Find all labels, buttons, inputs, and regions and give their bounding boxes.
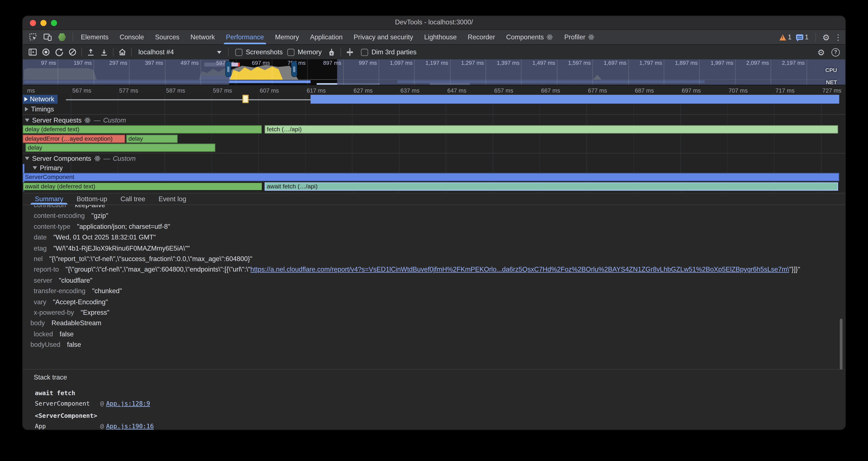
react-atom-icon: [588, 34, 595, 40]
track-primary-header[interactable]: Primary: [33, 164, 63, 172]
tab-privacy-and-security[interactable]: Privacy and security: [348, 30, 418, 44]
window-title: DevTools - localhost:3000/: [23, 19, 845, 26]
inspect-element-icon[interactable]: [27, 32, 39, 43]
selection-handle-right[interactable]: [291, 61, 297, 77]
warnings-badge[interactable]: 1: [780, 33, 792, 41]
divider: [815, 33, 816, 41]
chevron-down-icon: [217, 51, 221, 54]
react-atom-icon: [94, 155, 101, 162]
header-row-report-to: report-to"{\"group\":\"cf-nel\",\"max_ag…: [23, 264, 845, 275]
tab-summary[interactable]: Summary: [28, 194, 70, 205]
load-profile-icon[interactable]: [84, 46, 97, 58]
header-row: content-encoding"gzip": [23, 211, 845, 222]
network-request-bar[interactable]: [242, 95, 249, 103]
stack-frame-label: <ServerComponent>: [35, 411, 845, 421]
issues-badge[interactable]: 1: [796, 33, 809, 41]
message-bubble-icon: [796, 34, 803, 40]
tab-bottom-up[interactable]: Bottom-up: [70, 194, 114, 205]
property-row: bodyReadableStream: [23, 318, 845, 329]
header-row: x-powered-by"Express": [23, 308, 845, 318]
event-bar-delay[interactable]: delay: [25, 143, 215, 152]
timeline-tracks: Network Timings Server Requests: [23, 94, 845, 193]
track-server-components-header[interactable]: Server Components — Custom: [25, 154, 136, 162]
react-atom-icon: [84, 117, 91, 123]
tab-console[interactable]: Console: [114, 30, 150, 44]
tab-performance[interactable]: Performance: [220, 30, 270, 44]
tab-event-log[interactable]: Event log: [152, 194, 193, 205]
nodejs-icon[interactable]: [56, 32, 68, 43]
timeline-ruler: ms 567 ms577 ms587 ms597 ms607 ms617 ms6…: [23, 85, 845, 94]
memory-checkbox[interactable]: [287, 49, 294, 56]
tab-sources[interactable]: Sources: [150, 30, 185, 44]
capture-select[interactable]: localhost #4: [134, 48, 226, 56]
collapse-tracks-icon[interactable]: [343, 46, 356, 58]
header-row: vary"Accept-Encoding": [23, 297, 845, 308]
divider: [82, 48, 82, 56]
event-bar-delayed-error[interactable]: delayedError (…ayed exception): [23, 135, 125, 143]
macos-titlebar: DevTools - localhost:3000/: [23, 16, 845, 30]
source-location-link[interactable]: App.js:128:9: [106, 400, 150, 407]
overview-tick-labels: 97 ms197 ms297 ms397 ms497 ms597 ms697 m…: [23, 59, 839, 85]
tab-call-tree[interactable]: Call tree: [114, 194, 152, 205]
track-timings-label[interactable]: Timings: [25, 105, 54, 113]
ruler-tick-labels: 567 ms577 ms587 ms597 ms607 ms617 ms627 …: [46, 85, 843, 94]
tab-components[interactable]: Components: [501, 30, 559, 44]
event-bar-fetch-api[interactable]: fetch (…/api): [265, 125, 838, 134]
event-bar-delay[interactable]: delay: [126, 135, 178, 143]
save-profile-icon[interactable]: [97, 46, 111, 58]
summary-pane: connection"keep-alive" content-encoding"…: [23, 205, 845, 430]
ruler-edge-label: ms: [27, 87, 35, 94]
event-bar-delay-deferred[interactable]: delay (deferred text): [23, 125, 262, 134]
property-row: lockedfalse: [23, 329, 845, 340]
stack-frame-label: await fetch: [35, 388, 845, 398]
event-bar-await-delay[interactable]: await delay (deferred text): [23, 182, 262, 191]
summary-tabstrip: Summary Bottom-up Call tree Event log: [23, 193, 845, 205]
track-network-label[interactable]: Network: [23, 95, 58, 104]
dim-3rd-parties-checkbox[interactable]: [361, 49, 368, 56]
network-request-bar[interactable]: [311, 95, 839, 104]
record-icon[interactable]: [39, 46, 53, 58]
screenshots-checkbox[interactable]: [236, 49, 243, 56]
clear-icon[interactable]: [66, 46, 79, 58]
chevron-right-icon: [25, 107, 28, 111]
tab-application[interactable]: Application: [305, 30, 348, 44]
help-icon[interactable]: ?: [832, 48, 840, 56]
chevron-down-icon: [25, 157, 29, 160]
devtools-tabbar: Elements Console Sources Network Perform…: [23, 30, 845, 44]
divider: [340, 48, 341, 56]
capture-settings-gear-icon[interactable]: ⚙: [817, 48, 825, 56]
stack-frame: App@App.js:190:16: [35, 421, 845, 430]
track-server-requests-header[interactable]: Server Requests — Custom: [25, 116, 126, 124]
tab-lighthouse[interactable]: Lighthouse: [418, 30, 462, 44]
garbage-collect-icon[interactable]: [325, 46, 338, 58]
more-options-icon[interactable]: ⋮: [834, 33, 842, 41]
tab-memory[interactable]: Memory: [270, 30, 305, 44]
property-row: bodyUsedfalse: [23, 340, 845, 351]
toggle-sidebar-icon[interactable]: [26, 46, 39, 58]
tab-recorder[interactable]: Recorder: [462, 30, 501, 44]
divider: [131, 48, 132, 56]
scrollbar-thumb[interactable]: [840, 319, 843, 370]
settings-gear-icon[interactable]: ⚙: [822, 33, 830, 41]
stack-trace-section: Stack trace await fetch ServerComponent@…: [23, 369, 845, 430]
report-url-link[interactable]: https://a.nel.cloudflare.com/report/v4?s…: [250, 266, 789, 273]
reload-record-icon[interactable]: [53, 46, 66, 58]
device-toolbar-icon[interactable]: [41, 32, 54, 43]
tab-network[interactable]: Network: [185, 30, 220, 44]
divider: [113, 48, 114, 56]
selection-handle-left[interactable]: [225, 61, 231, 77]
devtools-window: DevTools - localhost:3000/: [22, 16, 846, 430]
chevron-down-icon: [25, 119, 29, 122]
timeline-overview[interactable]: 97 ms197 ms297 ms397 ms497 ms597 ms697 m…: [23, 59, 845, 85]
event-bar-server-component[interactable]: ServerComponent: [23, 173, 839, 181]
home-icon[interactable]: [116, 46, 129, 58]
network-whisker: [66, 99, 311, 100]
header-row: content-type"application/json; charset=u…: [23, 222, 845, 232]
cpu-lane-label: CPU: [825, 67, 837, 73]
tab-profiler[interactable]: Profiler: [559, 30, 600, 44]
event-bar-await-fetch-selected[interactable]: await fetch (…/api): [265, 182, 838, 191]
source-location-link[interactable]: App.js:190:16: [106, 423, 154, 430]
screen: DevTools - localhost:3000/: [0, 0, 868, 461]
tab-elements[interactable]: Elements: [75, 30, 114, 44]
divider: [228, 48, 229, 56]
